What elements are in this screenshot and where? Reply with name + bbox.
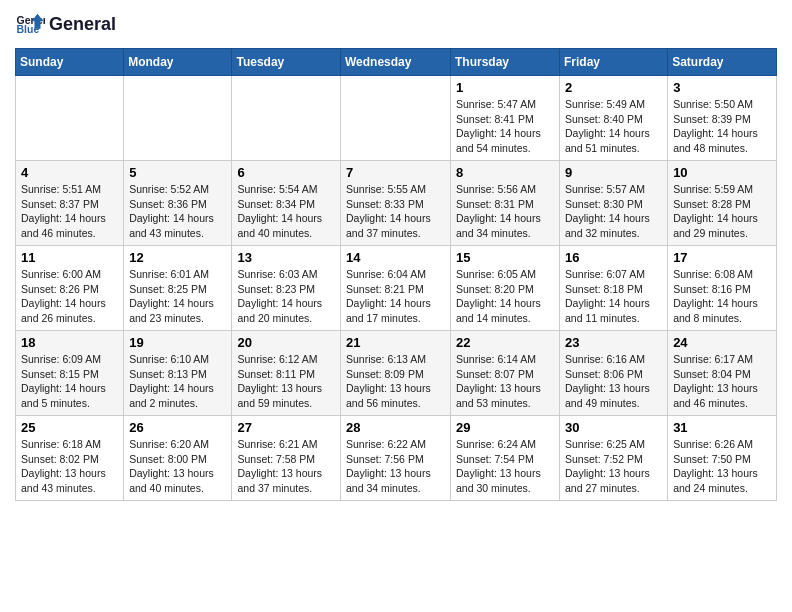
day-number: 24 xyxy=(673,335,771,350)
calendar-cell: 10Sunrise: 5:59 AM Sunset: 8:28 PM Dayli… xyxy=(668,161,777,246)
day-info: Sunrise: 6:00 AM Sunset: 8:26 PM Dayligh… xyxy=(21,267,118,326)
calendar-body: 1Sunrise: 5:47 AM Sunset: 8:41 PM Daylig… xyxy=(16,76,777,501)
day-info: Sunrise: 6:07 AM Sunset: 8:18 PM Dayligh… xyxy=(565,267,662,326)
day-info: Sunrise: 6:18 AM Sunset: 8:02 PM Dayligh… xyxy=(21,437,118,496)
day-info: Sunrise: 5:47 AM Sunset: 8:41 PM Dayligh… xyxy=(456,97,554,156)
calendar-cell: 13Sunrise: 6:03 AM Sunset: 8:23 PM Dayli… xyxy=(232,246,341,331)
day-number: 2 xyxy=(565,80,662,95)
day-number: 17 xyxy=(673,250,771,265)
day-number: 13 xyxy=(237,250,335,265)
day-info: Sunrise: 6:04 AM Sunset: 8:21 PM Dayligh… xyxy=(346,267,445,326)
day-number: 14 xyxy=(346,250,445,265)
calendar-cell: 15Sunrise: 6:05 AM Sunset: 8:20 PM Dayli… xyxy=(451,246,560,331)
day-number: 11 xyxy=(21,250,118,265)
day-info: Sunrise: 6:25 AM Sunset: 7:52 PM Dayligh… xyxy=(565,437,662,496)
calendar-cell: 17Sunrise: 6:08 AM Sunset: 8:16 PM Dayli… xyxy=(668,246,777,331)
calendar-week-row: 1Sunrise: 5:47 AM Sunset: 8:41 PM Daylig… xyxy=(16,76,777,161)
day-number: 19 xyxy=(129,335,226,350)
day-info: Sunrise: 5:52 AM Sunset: 8:36 PM Dayligh… xyxy=(129,182,226,241)
day-header-sunday: Sunday xyxy=(16,49,124,76)
day-info: Sunrise: 6:08 AM Sunset: 8:16 PM Dayligh… xyxy=(673,267,771,326)
calendar-cell: 28Sunrise: 6:22 AM Sunset: 7:56 PM Dayli… xyxy=(341,416,451,501)
day-number: 18 xyxy=(21,335,118,350)
calendar-cell xyxy=(16,76,124,161)
day-info: Sunrise: 6:26 AM Sunset: 7:50 PM Dayligh… xyxy=(673,437,771,496)
day-number: 23 xyxy=(565,335,662,350)
calendar-cell: 31Sunrise: 6:26 AM Sunset: 7:50 PM Dayli… xyxy=(668,416,777,501)
day-number: 12 xyxy=(129,250,226,265)
logo-icon: General Blue xyxy=(15,10,45,40)
calendar-cell: 20Sunrise: 6:12 AM Sunset: 8:11 PM Dayli… xyxy=(232,331,341,416)
day-number: 28 xyxy=(346,420,445,435)
day-header-tuesday: Tuesday xyxy=(232,49,341,76)
day-info: Sunrise: 5:49 AM Sunset: 8:40 PM Dayligh… xyxy=(565,97,662,156)
day-info: Sunrise: 5:51 AM Sunset: 8:37 PM Dayligh… xyxy=(21,182,118,241)
calendar-cell: 25Sunrise: 6:18 AM Sunset: 8:02 PM Dayli… xyxy=(16,416,124,501)
day-header-wednesday: Wednesday xyxy=(341,49,451,76)
day-number: 31 xyxy=(673,420,771,435)
day-number: 26 xyxy=(129,420,226,435)
calendar-cell: 19Sunrise: 6:10 AM Sunset: 8:13 PM Dayli… xyxy=(124,331,232,416)
day-header-thursday: Thursday xyxy=(451,49,560,76)
day-info: Sunrise: 6:21 AM Sunset: 7:58 PM Dayligh… xyxy=(237,437,335,496)
day-header-monday: Monday xyxy=(124,49,232,76)
calendar-cell: 6Sunrise: 5:54 AM Sunset: 8:34 PM Daylig… xyxy=(232,161,341,246)
calendar-cell: 23Sunrise: 6:16 AM Sunset: 8:06 PM Dayli… xyxy=(560,331,668,416)
logo-text: General xyxy=(49,15,116,35)
day-info: Sunrise: 5:57 AM Sunset: 8:30 PM Dayligh… xyxy=(565,182,662,241)
day-info: Sunrise: 5:56 AM Sunset: 8:31 PM Dayligh… xyxy=(456,182,554,241)
day-info: Sunrise: 6:01 AM Sunset: 8:25 PM Dayligh… xyxy=(129,267,226,326)
day-info: Sunrise: 6:16 AM Sunset: 8:06 PM Dayligh… xyxy=(565,352,662,411)
calendar-cell: 2Sunrise: 5:49 AM Sunset: 8:40 PM Daylig… xyxy=(560,76,668,161)
day-number: 15 xyxy=(456,250,554,265)
day-number: 25 xyxy=(21,420,118,435)
day-info: Sunrise: 6:20 AM Sunset: 8:00 PM Dayligh… xyxy=(129,437,226,496)
calendar-cell: 21Sunrise: 6:13 AM Sunset: 8:09 PM Dayli… xyxy=(341,331,451,416)
day-number: 3 xyxy=(673,80,771,95)
calendar-cell xyxy=(341,76,451,161)
day-number: 5 xyxy=(129,165,226,180)
logo: General Blue General xyxy=(15,10,116,40)
day-info: Sunrise: 6:13 AM Sunset: 8:09 PM Dayligh… xyxy=(346,352,445,411)
calendar-week-row: 18Sunrise: 6:09 AM Sunset: 8:15 PM Dayli… xyxy=(16,331,777,416)
calendar-cell: 22Sunrise: 6:14 AM Sunset: 8:07 PM Dayli… xyxy=(451,331,560,416)
calendar-cell: 8Sunrise: 5:56 AM Sunset: 8:31 PM Daylig… xyxy=(451,161,560,246)
day-number: 6 xyxy=(237,165,335,180)
calendar-cell: 27Sunrise: 6:21 AM Sunset: 7:58 PM Dayli… xyxy=(232,416,341,501)
calendar-week-row: 11Sunrise: 6:00 AM Sunset: 8:26 PM Dayli… xyxy=(16,246,777,331)
calendar-table: SundayMondayTuesdayWednesdayThursdayFrid… xyxy=(15,48,777,501)
day-number: 27 xyxy=(237,420,335,435)
calendar-cell: 3Sunrise: 5:50 AM Sunset: 8:39 PM Daylig… xyxy=(668,76,777,161)
header: General Blue General xyxy=(15,10,777,40)
calendar-week-row: 4Sunrise: 5:51 AM Sunset: 8:37 PM Daylig… xyxy=(16,161,777,246)
calendar-cell xyxy=(232,76,341,161)
day-info: Sunrise: 5:55 AM Sunset: 8:33 PM Dayligh… xyxy=(346,182,445,241)
calendar-cell: 4Sunrise: 5:51 AM Sunset: 8:37 PM Daylig… xyxy=(16,161,124,246)
day-number: 10 xyxy=(673,165,771,180)
calendar-week-row: 25Sunrise: 6:18 AM Sunset: 8:02 PM Dayli… xyxy=(16,416,777,501)
calendar-cell: 5Sunrise: 5:52 AM Sunset: 8:36 PM Daylig… xyxy=(124,161,232,246)
day-number: 30 xyxy=(565,420,662,435)
day-number: 21 xyxy=(346,335,445,350)
day-info: Sunrise: 6:10 AM Sunset: 8:13 PM Dayligh… xyxy=(129,352,226,411)
calendar-cell: 30Sunrise: 6:25 AM Sunset: 7:52 PM Dayli… xyxy=(560,416,668,501)
calendar-cell: 11Sunrise: 6:00 AM Sunset: 8:26 PM Dayli… xyxy=(16,246,124,331)
day-number: 4 xyxy=(21,165,118,180)
calendar-cell xyxy=(124,76,232,161)
day-info: Sunrise: 5:50 AM Sunset: 8:39 PM Dayligh… xyxy=(673,97,771,156)
day-number: 1 xyxy=(456,80,554,95)
calendar-cell: 26Sunrise: 6:20 AM Sunset: 8:00 PM Dayli… xyxy=(124,416,232,501)
calendar-cell: 29Sunrise: 6:24 AM Sunset: 7:54 PM Dayli… xyxy=(451,416,560,501)
calendar-cell: 9Sunrise: 5:57 AM Sunset: 8:30 PM Daylig… xyxy=(560,161,668,246)
day-info: Sunrise: 5:59 AM Sunset: 8:28 PM Dayligh… xyxy=(673,182,771,241)
day-number: 7 xyxy=(346,165,445,180)
calendar-cell: 16Sunrise: 6:07 AM Sunset: 8:18 PM Dayli… xyxy=(560,246,668,331)
calendar-cell: 24Sunrise: 6:17 AM Sunset: 8:04 PM Dayli… xyxy=(668,331,777,416)
day-number: 29 xyxy=(456,420,554,435)
day-header-saturday: Saturday xyxy=(668,49,777,76)
calendar-cell: 7Sunrise: 5:55 AM Sunset: 8:33 PM Daylig… xyxy=(341,161,451,246)
day-info: Sunrise: 6:12 AM Sunset: 8:11 PM Dayligh… xyxy=(237,352,335,411)
day-header-friday: Friday xyxy=(560,49,668,76)
day-number: 16 xyxy=(565,250,662,265)
calendar-cell: 14Sunrise: 6:04 AM Sunset: 8:21 PM Dayli… xyxy=(341,246,451,331)
